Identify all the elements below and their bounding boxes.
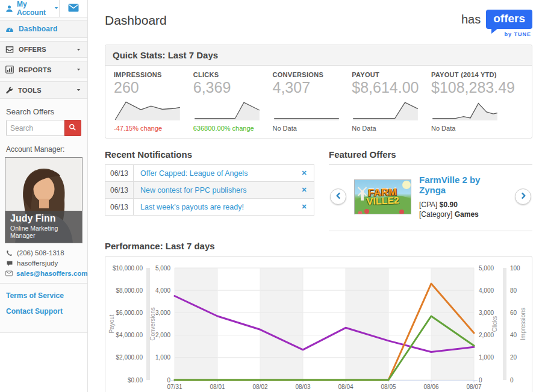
svg-text:3,000: 3,000 xyxy=(479,310,494,316)
quick-stat: CLICKS6,369636800.00% change xyxy=(193,71,273,132)
notification-date: 06/13 xyxy=(105,199,134,215)
svg-text:0: 0 xyxy=(510,377,514,384)
notification-link[interactable]: Last week's payouts are ready! xyxy=(134,199,294,215)
my-account-menu[interactable]: My Account xyxy=(0,0,59,17)
next-offer-button[interactable] xyxy=(515,188,531,205)
chat-icon xyxy=(5,260,13,267)
email-link[interactable]: sales@hasoffers.com xyxy=(16,270,88,277)
my-account-label: My Account xyxy=(17,0,50,17)
svg-text:3,000: 3,000 xyxy=(155,310,170,316)
svg-text:Payout: Payout xyxy=(108,314,115,333)
featured-offers-section: Featured Offers xyxy=(329,149,532,231)
offer-category-line: [Category] Games xyxy=(419,210,507,219)
mail-button[interactable] xyxy=(59,0,87,17)
svg-text:08/05: 08/05 xyxy=(381,384,396,390)
search-button[interactable] xyxy=(64,120,81,136)
notification-date: 06/13 xyxy=(105,165,134,181)
stat-label: PAYOUT (2014 YTD) xyxy=(431,71,515,78)
chevron-right-icon xyxy=(520,192,527,201)
reports-icon xyxy=(5,66,14,73)
svg-text:$0.00: $0.00 xyxy=(128,377,143,384)
performance-section: Performance: Last 7 days $0.00$2,000.00$… xyxy=(105,241,532,392)
account-manager-name: Judy Finn xyxy=(10,213,77,224)
close-icon[interactable]: ✕ xyxy=(294,165,314,181)
svg-text:08/06: 08/06 xyxy=(423,384,438,390)
svg-text:Conversions: Conversions xyxy=(149,307,156,341)
svg-text:0: 0 xyxy=(167,377,170,384)
recent-notifications-section: Recent Notifications 06/13Offer Capped: … xyxy=(105,149,314,231)
user-icon xyxy=(5,5,13,13)
svg-text:2,000: 2,000 xyxy=(479,332,494,338)
offer-category-value: Games xyxy=(455,210,479,219)
svg-text:$10,000.00: $10,000.00 xyxy=(113,265,143,272)
photo-caption: Judy Finn Online Marketing Manager xyxy=(5,211,82,243)
hasoffers-logo: has offers by TUNE xyxy=(461,10,532,37)
sidebar: My Account DashboardOFFERSREPORTSTOOLS S… xyxy=(0,0,88,392)
notification-link[interactable]: Offer Capped: League of Angels xyxy=(134,165,294,181)
stat-label: CLICKS xyxy=(193,71,264,78)
svg-text:$2,000.00: $2,000.00 xyxy=(116,354,143,361)
hasoffers-dashboard: My Account DashboardOFFERSREPORTSTOOLS S… xyxy=(0,0,542,392)
logo-has-text: has xyxy=(461,13,481,26)
search-input[interactable] xyxy=(6,120,64,136)
quick-stats-title: Quick Stats: Last 7 Days xyxy=(105,45,532,66)
account-manager-photo: Judy Finn Online Marketing Manager xyxy=(5,157,83,243)
logo-offers-bubble: offers xyxy=(486,10,532,29)
notifications-table: 06/13Offer Capped: League of Angels✕06/1… xyxy=(105,164,314,216)
sidebar-link-contact-support[interactable]: Contact Support xyxy=(6,307,81,316)
svg-text:Clicks: Clicks xyxy=(491,316,498,332)
stat-change: 636800.00% change xyxy=(193,125,264,132)
contact-info: (206) 508-1318 hasoffersjudy sales@hasof… xyxy=(0,249,87,277)
svg-text:08/03: 08/03 xyxy=(295,384,310,390)
svg-text:100: 100 xyxy=(510,265,520,272)
stat-value: 4,307 xyxy=(273,78,344,96)
sidebar-body: DashboardOFFERSREPORTSTOOLS Search Offer… xyxy=(0,17,87,333)
svg-text:$6,000.00: $6,000.00 xyxy=(116,310,143,316)
svg-text:5,000: 5,000 xyxy=(479,265,494,272)
phone-icon xyxy=(5,250,13,257)
svg-text:60: 60 xyxy=(510,310,517,316)
close-icon[interactable]: ✕ xyxy=(294,182,314,198)
performance-line-chart: $0.00$2,000.00$4,000.00$6,000.00$8,000.0… xyxy=(105,257,532,392)
sidebar-item-label: Dashboard xyxy=(19,25,57,33)
svg-text:07/31: 07/31 xyxy=(167,384,182,390)
svg-text:$8,000.00: $8,000.00 xyxy=(116,287,143,294)
sidebar-item-reports[interactable]: REPORTS xyxy=(0,61,87,78)
offer-name-link[interactable]: FarmVille 2 by Zynga xyxy=(419,175,507,195)
caret-down-icon xyxy=(76,47,81,52)
sidebar-link-terms-of-service[interactable]: Terms of Service xyxy=(6,291,81,300)
main-header: Dashboard has offers by TUNE xyxy=(105,8,532,37)
account-manager-label: Account Manager: xyxy=(0,144,87,154)
close-icon[interactable]: ✕ xyxy=(294,199,314,215)
sidebar-item-dashboard[interactable]: Dashboard xyxy=(0,20,87,38)
search-offers-label: Search Offers xyxy=(6,107,81,116)
sidebar-item-tools[interactable]: TOOLS xyxy=(0,81,87,99)
svg-text:$4,000.00: $4,000.00 xyxy=(116,332,143,338)
notification-link[interactable]: New contest for PPC publishers xyxy=(134,182,294,198)
sidebar-item-offers[interactable]: OFFERS xyxy=(0,41,87,58)
previous-offer-button[interactable] xyxy=(330,188,346,205)
offer-info: FarmVille 2 by Zynga [CPA] $0.90 [Catego… xyxy=(419,175,507,219)
notification-row: 06/13Offer Capped: League of Angels✕ xyxy=(105,165,314,182)
quick-stat: CONVERSIONS4,307No Data xyxy=(273,71,352,132)
quick-stat: IMPRESSIONS260-47.15% change xyxy=(114,71,193,132)
stat-sparkline xyxy=(193,99,261,122)
dashboard-icon xyxy=(5,25,14,33)
sidebar-nav: DashboardOFFERSREPORTSTOOLS xyxy=(0,20,87,99)
svg-text:Impressions: Impressions xyxy=(520,308,526,340)
main-content: Dashboard has offers by TUNE Quick Stats… xyxy=(88,0,542,392)
notification-row: 06/13Last week's payouts are ready!✕ xyxy=(105,199,314,216)
logo-byline: by TUNE xyxy=(504,31,531,37)
featured-offer-card: FARM VILLE2 FarmVille 2 by Zynga [CPA] $… xyxy=(329,164,532,231)
sidebar-links: Terms of ServiceContact Support xyxy=(0,283,87,332)
phone-number: (206) 508-1318 xyxy=(17,249,64,257)
sidebar-item-label: OFFERS xyxy=(19,46,46,53)
search-icon xyxy=(69,123,76,133)
stat-value: 260 xyxy=(114,78,185,96)
caret-down-icon xyxy=(76,87,81,93)
chevron-left-icon xyxy=(335,192,342,201)
stat-change: No Data xyxy=(273,125,344,132)
svg-text:0: 0 xyxy=(479,377,482,384)
sidebar-item-label: TOOLS xyxy=(18,87,42,94)
offer-thumbnail[interactable]: FARM VILLE2 xyxy=(354,179,411,214)
